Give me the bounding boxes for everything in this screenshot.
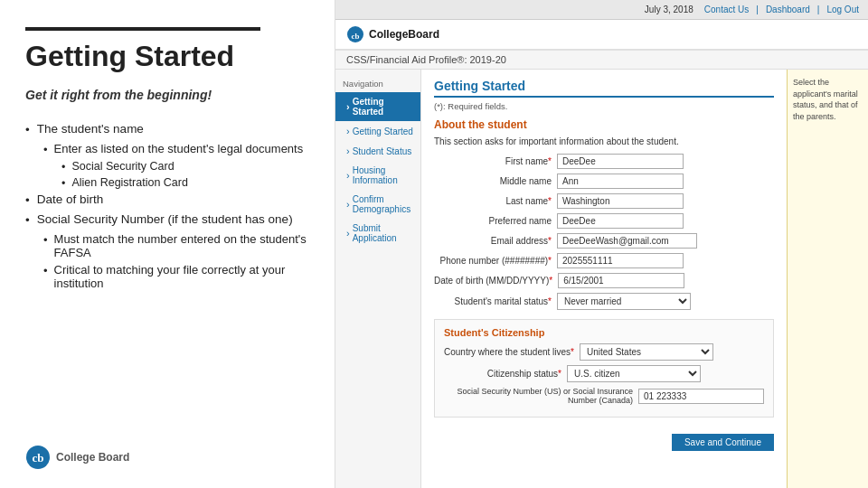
field-row-country: Country where the student lives* United … [444,343,764,361]
cb-topbar-logo: cb CollegeBoard [346,25,439,43]
subtitle: Get it right from the beginning! [25,88,309,102]
label-firstname: First name* [434,156,552,166]
contact-us-link[interactable]: Contact Us [704,5,749,14]
nav-getting-started-2[interactable]: Getting Started [335,121,420,141]
cb-topbar: cb CollegeBoard [335,20,868,51]
label-middlename: Middle name [434,176,552,186]
doc-social-security-card: Social Security Card [61,160,309,174]
label-citizenship: Citizenship status* [444,369,561,379]
label-country: Country where the student lives* [444,347,574,357]
form-nav: Navigation Getting Started Getting Start… [335,70,421,488]
about-student-desc: This section asks for important informat… [434,136,774,146]
field-row-middlename: Middle name [434,174,774,189]
label-preferred: Preferred name [434,216,552,226]
save-btn-container: Save and Continue [434,425,774,451]
field-row-email: Email address* [434,233,774,249]
nested-list-name: Enter as listed on the student's legal d… [25,142,309,190]
nav-student-status[interactable]: Student Status [335,141,420,161]
label-ssn: Social Security Number (US) or Social In… [444,387,633,405]
bullet-student-name: The student's name [25,122,309,136]
page-title: Getting Started [25,40,309,73]
bullet-dob: Date of birth [25,192,309,207]
input-ssn[interactable] [638,389,764,404]
cb-logo-label: College Board [56,451,129,464]
separator1: | [756,5,759,14]
nested-list-ssn: Must match the number entered on the stu… [25,232,309,290]
date-display: July 3, 2018 [645,5,693,14]
bullet-ssn: Social Security Number (if the student h… [25,212,309,227]
right-info-box: Select the applicant's marital status, a… [787,70,868,488]
cb-topbar-name: CollegeBoard [369,28,439,41]
field-row-marital: Student's marital status* Never married [434,293,774,310]
label-dob: Date of birth (MM/DD/YYYY)* [434,276,552,286]
main-content: Navigation Getting Started Getting Start… [335,70,868,488]
field-row-preferred: Preferred name [434,213,774,229]
nav-links[interactable]: Contact Us | Dashboard | Log Out [704,5,859,14]
field-row-ssn: Social Security Number (US) or Social In… [444,387,764,405]
right-info-text: Select the applicant's marital status, a… [793,78,858,121]
field-row-phone: Phone number (########)* [434,253,774,268]
svg-text:cb: cb [352,32,360,41]
css-header: CSS/Financial Aid Profile®: 2019-20 [335,51,868,70]
label-phone: Phone number (########)* [434,256,552,266]
input-phone[interactable] [557,253,684,268]
form-page-title: Getting Started [434,79,774,98]
input-firstname[interactable] [557,154,684,169]
browser-header: July 3, 2018 Contact Us | Dashboard | Lo… [335,0,868,20]
input-lastname[interactable] [557,193,684,209]
field-row-dob: Date of birth (MM/DD/YYYY)* [434,273,774,288]
select-country[interactable]: United States [580,343,713,361]
nav-section-label: Navigation [335,75,420,92]
label-lastname: Last name* [434,196,552,206]
field-row-lastname: Last name* [434,193,774,209]
label-email: Email address* [434,236,552,246]
nav-housing-info[interactable]: Housing Information [335,161,420,190]
collegeboard-logo-icon: cb [25,445,51,470]
nested-critical: Critical to matching your file correctly… [43,263,309,290]
nav-confirm-demo[interactable]: Confirm Demographics [335,190,420,219]
title-bar-decoration [25,27,260,31]
nested-list2-docs: Social Security Card Alien Registration … [43,160,309,190]
nested-enter-as-listed: Enter as listed on the student's legal d… [43,142,309,156]
doc-alien-card: Alien Registration Card [61,176,309,190]
dashboard-link[interactable]: Dashboard [766,5,810,14]
cb-topbar-icon: cb [346,25,364,43]
field-row-citizenship: Citizenship status* U.S. citizen [444,365,764,382]
right-panel: July 3, 2018 Contact Us | Dashboard | Lo… [335,0,868,488]
about-student-section-title: About the student [434,118,774,131]
input-dob[interactable] [558,273,684,288]
left-panel: Getting Started Get it right from the be… [0,0,335,488]
nested-must-match: Must match the number entered on the stu… [43,232,309,259]
separator2: | [817,5,820,14]
required-note: (*): Required fields. [434,101,774,111]
save-continue-button[interactable]: Save and Continue [672,434,774,451]
citizenship-section: Student's Citizenship Country where the … [434,319,774,418]
input-email[interactable] [557,233,697,249]
nav-submit-app[interactable]: Submit Application [335,219,420,248]
svg-text:cb: cb [33,451,44,465]
input-preferred[interactable] [557,213,684,229]
main-bullet-list: The student's name Enter as listed on th… [25,122,309,294]
select-marital[interactable]: Never married [557,293,691,310]
cb-logo-bottom: cb College Board [25,430,309,470]
label-marital: Student's marital status* [434,296,552,306]
input-middlename[interactable] [557,174,684,189]
select-citizenship[interactable]: U.S. citizen [567,365,701,382]
logout-link[interactable]: Log Out [826,5,859,14]
citizenship-title: Student's Citizenship [444,327,764,338]
field-row-firstname: First name* [434,154,774,169]
form-content-area: Getting Started (*): Required fields. Ab… [421,70,787,488]
nav-getting-started[interactable]: Getting Started [335,92,420,121]
